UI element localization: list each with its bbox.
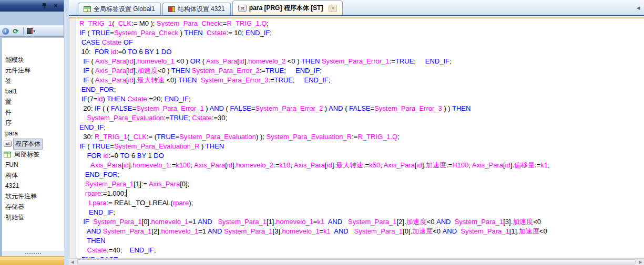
- code-line[interactable]: FOR id:=0 TO 6 BY 1 DO: [79, 151, 644, 161]
- scrollbar-thumb[interactable]: [77, 259, 636, 264]
- label-token: homevelo_1: [151, 218, 189, 226]
- code-line[interactable]: END_FOR;: [79, 170, 644, 179]
- tree-item[interactable]: 构体: [2, 170, 64, 181]
- code-line[interactable]: IF System_Para_1[0].homevelo_1=1 AND Sys…: [79, 217, 644, 227]
- plain-token: [79, 208, 89, 216]
- tree-item[interactable]: FUN: [2, 160, 64, 170]
- tab-scroll-left-icon[interactable]: ◀: [635, 4, 642, 12]
- plain-token: 6: [129, 152, 137, 160]
- plain-token: ;: [320, 67, 322, 75]
- code-line[interactable]: IF ( Axis_Para[id].homevelo_1 <0 ) OR ( …: [79, 57, 644, 66]
- keyword-token: TRUE: [395, 57, 414, 65]
- label-token: Axis_Para: [95, 67, 126, 75]
- tree-item-label: bal1: [4, 87, 19, 96]
- plain-token: <0 ): [285, 57, 301, 65]
- keyword-token: BY: [137, 152, 146, 160]
- plain-token: 30:: [79, 133, 95, 141]
- code-line[interactable]: END_IF;: [79, 208, 644, 217]
- tree-item[interactable]: 存储器: [2, 202, 64, 212]
- code-line[interactable]: Axis_Para[id].homevelo_1:=k100; Axis_Par…: [79, 161, 644, 170]
- plain-token: [0].: [403, 227, 412, 235]
- plain-token: [79, 199, 89, 207]
- code-line[interactable]: 30: R_TRIG_1(_CLK:= (TRUE=System_Para_Ev…: [79, 132, 644, 142]
- info-icon[interactable]: i: [1, 27, 9, 35]
- tree-item[interactable]: 初始值: [2, 212, 64, 222]
- code-line[interactable]: IF(7=id) THEN Cstate:=20; END_IF;: [79, 94, 644, 104]
- code-line[interactable]: IF ( Axis_Para[id].加速度<0 ) THEN System_P…: [79, 66, 644, 76]
- tab-close-icon[interactable]: ×: [329, 5, 337, 12]
- refresh-icon[interactable]: ⟳: [12, 27, 20, 35]
- tree-item[interactable]: para: [2, 128, 64, 139]
- code-line[interactable]: Lpara:= REAL_TO_LREAL(rpare);: [79, 198, 644, 208]
- tab-label: 全局标签设置 Global1: [94, 5, 155, 14]
- tree-item[interactable]: st程序本体: [2, 139, 64, 149]
- docked-panel-bar[interactable]: [0, 256, 64, 265]
- st-code-editor[interactable]: R_TRIG_1(_CLK:= M0 ); System_Para_Check:…: [69, 18, 644, 258]
- tree-item[interactable]: 置: [2, 97, 64, 107]
- code-line[interactable]: END_FOR;: [79, 85, 644, 94]
- label-token: Axis_Para: [384, 161, 415, 169]
- tree-item[interactable]: 能模块: [2, 55, 64, 65]
- plain-token: ) ): [442, 104, 452, 112]
- editor-region: 全局标签设置 Global1 结构体设置 4321 st para [PRG] …: [69, 0, 644, 265]
- tab-global-label-setting[interactable]: 全局标签设置 Global1: [78, 3, 161, 15]
- keyword-token: OF: [124, 38, 133, 46]
- plain-token: :=: [163, 114, 169, 122]
- splitter-grip[interactable]: [2, 251, 64, 256]
- close-icon[interactable]: ×: [52, 2, 59, 9]
- scroll-right-icon[interactable]: ▶: [637, 259, 644, 265]
- plain-token: :=: [221, 19, 227, 27]
- code-line[interactable]: END_IF;: [79, 123, 644, 132]
- tree-item[interactable]: 签: [2, 76, 64, 86]
- tree-item[interactable]: 元件注释: [2, 65, 64, 76]
- filter-icon[interactable]: ▾: [27, 27, 35, 35]
- plain-token: [203, 29, 207, 37]
- label-token: id: [417, 161, 422, 169]
- tree-item[interactable]: 局部标签: [2, 149, 64, 160]
- code-line[interactable]: THEN: [79, 236, 644, 246]
- code-area[interactable]: R_TRIG_1(_CLK:= M0 ); System_Para_Check:…: [77, 18, 644, 258]
- label-token: k100: [176, 161, 190, 169]
- keyword-token: END_IF: [304, 76, 329, 84]
- tab-para-program-body[interactable]: st para [PRG] 程序本体 [ST] ×: [232, 1, 343, 15]
- label-token: 加速度: [406, 218, 427, 226]
- code-line[interactable]: Cstate:=40; END_IF;: [79, 246, 644, 255]
- code-line[interactable]: System_Para_Evaluation:=TRUE; Cstate:=30…: [79, 113, 644, 123]
- tree-item[interactable]: 4321: [2, 181, 64, 191]
- dropdown-arrow-icon: ▾: [33, 29, 35, 34]
- code-line[interactable]: IF ( TRUE=System_Para_Check ) THEN Cstat…: [79, 28, 644, 38]
- tree-item[interactable]: bal1: [2, 86, 64, 97]
- label-token: Lpara: [89, 199, 106, 207]
- tree-item[interactable]: 件: [2, 107, 64, 118]
- keyword-token: END_IF: [246, 29, 270, 37]
- plain-token: ( (: [100, 104, 111, 112]
- code-line[interactable]: R_TRIG_1(_CLK:= M0 ); System_Para_Check:…: [79, 19, 644, 28]
- plain-token: (: [89, 76, 95, 84]
- plain-token: ].: [510, 161, 514, 169]
- tab-structure-setting[interactable]: 结构体设置 4321: [162, 3, 231, 15]
- filter-glyph: [27, 28, 33, 34]
- code-line[interactable]: IF ( TRUE=System_Para_Evaluation_R ) THE…: [79, 142, 644, 151]
- scroll-left-icon[interactable]: ◀: [69, 259, 76, 265]
- code-line[interactable]: 10: FOR id:=0 TO 6 BY 1 DO: [79, 47, 644, 57]
- code-line[interactable]: 20: IF ( ( FALSE=System_Para_Error_1 ) A…: [79, 104, 644, 113]
- keyword-token: AND: [328, 218, 342, 226]
- document-tabbar: 全局标签设置 Global1 结构体设置 4321 st para [PRG] …: [69, 0, 644, 16]
- label-token: System_Para_1: [224, 227, 273, 235]
- code-line[interactable]: System_Para_1[1]:= Axis_Para[0];: [79, 179, 644, 189]
- code-line[interactable]: CASE Cstate OF: [79, 38, 644, 47]
- keyword-token: TRUE: [274, 76, 292, 84]
- keyword-token: TRUE: [91, 29, 110, 37]
- code-line[interactable]: rpare:=1.000;: [79, 189, 644, 198]
- plain-token: ;: [118, 171, 120, 178]
- pin-icon[interactable]: [40, 2, 48, 9]
- tree-item[interactable]: 软元件注释: [2, 191, 64, 202]
- code-line[interactable]: IF ( Axis_Para[id].最大转速 <0) THEN System_…: [79, 76, 644, 85]
- tree-item[interactable]: 序: [2, 118, 64, 128]
- plain-token: (7=: [87, 95, 97, 103]
- plain-token: :=40;: [107, 246, 130, 254]
- plain-token: <0 ): [175, 57, 190, 65]
- horizontal-scrollbar[interactable]: ◀ ▶: [69, 258, 644, 265]
- code-line[interactable]: AND System_Para_1[2].homevelo_1=1 AND Sy…: [79, 227, 644, 236]
- label-token: id: [104, 152, 109, 160]
